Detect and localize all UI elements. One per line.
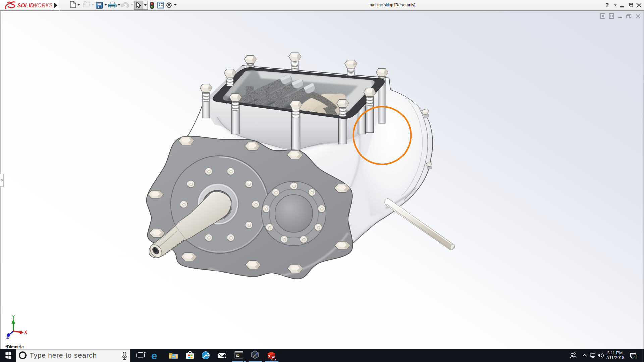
svg-text:?: ? [605, 2, 609, 8]
svg-text:SOLID: SOLID [17, 3, 34, 8]
svg-text:3:11 PM: 3:11 PM [607, 351, 623, 355]
svg-text:C:\: C:\ [236, 353, 239, 356]
svg-text:e: e [151, 350, 157, 362]
svg-text:Type here to search: Type here to search [30, 351, 97, 359]
svg-text:S: S [268, 355, 270, 358]
svg-text:WORKS: WORKS [32, 3, 53, 8]
svg-text:*Dimetric: *Dimetric [5, 345, 24, 349]
svg-text:7/11/2018: 7/11/2018 [606, 355, 624, 360]
svg-text:3: 3 [633, 355, 635, 359]
svg-text:2017: 2017 [270, 358, 276, 361]
